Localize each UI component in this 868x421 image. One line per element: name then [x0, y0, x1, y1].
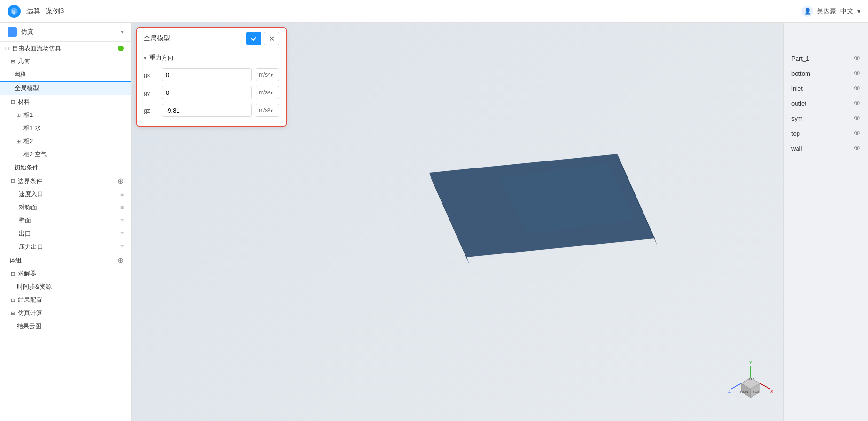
sidebar-item-outlet[interactable]: 出口 ≡	[0, 227, 131, 240]
gz-unit-label: m/s²	[259, 107, 270, 114]
sidebar-item-body-group[interactable]: 体组 ⊕	[0, 253, 131, 267]
sidebar-item-mesh[interactable]: 网格	[0, 68, 131, 81]
gz-input[interactable]	[162, 104, 252, 117]
axis-navigator: TOP FRONT RIGHT Y Z X	[727, 360, 774, 407]
layer-item-outlet: outlet 👁	[784, 96, 868, 111]
layer-item-inlet: inlet 👁	[784, 81, 868, 96]
svg-line-18	[731, 383, 741, 389]
gz-unit-dropdown-icon: ▾	[271, 108, 273, 113]
sidebar-item-phase2-air[interactable]: 相2 空气	[0, 148, 131, 161]
layer-name-bottom: bottom	[791, 70, 854, 77]
layer-name-wall: wall	[791, 145, 854, 152]
expand-icon-phase2: ⊞	[15, 138, 22, 145]
outlet-menu-icon: ≡	[120, 230, 124, 237]
add-boundary-icon[interactable]: ⊕	[117, 176, 124, 185]
layer-item-part1: Part_1 👁	[784, 51, 868, 66]
layer-item-sym: sym 👁	[784, 111, 868, 126]
panel-header: 全局模型 ✕	[137, 28, 286, 49]
expand-icon-result-config: ⊞	[9, 297, 16, 303]
gravity-section-label: 重力方向	[149, 54, 174, 62]
layer-visibility-part1[interactable]: 👁	[854, 54, 860, 62]
status-badge-green	[118, 46, 124, 51]
gravity-section-header: ▾ 重力方向	[144, 54, 279, 62]
sidebar-title: 仿真	[8, 27, 34, 37]
app-title: 远算	[26, 7, 40, 15]
sidebar-header: 仿真 ▾	[0, 23, 131, 42]
sidebar-item-time-resource[interactable]: 时间步&资源	[0, 280, 131, 293]
gy-input[interactable]	[162, 86, 252, 99]
lang-dropdown-icon[interactable]: ▾	[857, 8, 860, 15]
layer-item-bottom: bottom 👁	[784, 66, 868, 81]
content-area: 全局模型 ✕ ▾ 重力方向 gx m/s²	[132, 23, 868, 421]
gx-input[interactable]	[162, 68, 252, 81]
sidebar-item-phase2[interactable]: ⊞ 相2	[0, 135, 131, 148]
sidebar-item-materials[interactable]: ⊞ 材料	[0, 95, 131, 108]
expand-icon-sim-calc: ⊞	[9, 310, 16, 316]
svg-line-20	[760, 383, 770, 389]
expand-icon-solver: ⊞	[9, 270, 16, 277]
right-panel: Part_1 👁 bottom 👁 inlet 👁 outlet 👁 sym	[783, 23, 868, 421]
sidebar-collapse-icon[interactable]: ▾	[121, 29, 124, 35]
case-name: 案例3	[46, 7, 64, 15]
gy-unit[interactable]: m/s² ▾	[256, 86, 279, 99]
sidebar-item-wall[interactable]: 壁面 ≡	[0, 214, 131, 227]
sidebar-cube-icon	[8, 27, 17, 37]
section-collapse-icon[interactable]: ▾	[144, 55, 147, 61]
sidebar-item-boundary[interactable]: ⊞ 边界条件 ⊕	[0, 174, 131, 188]
gx-row: gx m/s² ▾	[144, 66, 279, 84]
svg-text:TOP: TOP	[747, 377, 754, 381]
sidebar-item-sim-root[interactable]: □ 自由表面流场仿真	[0, 42, 131, 55]
expand-icon-materials: ⊞	[9, 99, 16, 105]
layer-name-top: top	[791, 130, 854, 137]
layer-visibility-inlet[interactable]: 👁	[854, 84, 860, 92]
sidebar-item-result-cloud[interactable]: 结果云图	[0, 320, 131, 333]
sidebar-item-velocity-inlet[interactable]: 速度入口 ≡	[0, 188, 131, 201]
svg-text:X: X	[770, 389, 773, 394]
sidebar-item-init-cond[interactable]: 初始条件	[0, 161, 131, 174]
wall-menu-icon: ≡	[120, 217, 124, 224]
panel-title: 全局模型	[144, 34, 170, 43]
main-layout: 仿真 ▾ □ 自由表面流场仿真 ⊞ 几何 网格 全局模型 ⊞ 材料 ⊞ 相1	[0, 0, 868, 421]
sidebar-item-result-config[interactable]: ⊞ 结果配置	[0, 293, 131, 306]
sidebar-item-sym-face[interactable]: 对称面 ≡	[0, 201, 131, 214]
sidebar-item-solver[interactable]: ⊞ 求解器	[0, 267, 131, 280]
layer-name-part1: Part_1	[791, 55, 854, 62]
gx-unit[interactable]: m/s² ▾	[256, 68, 279, 81]
topbar-right: 👤 吴因豪 中文 ▾	[802, 6, 860, 17]
gy-row: gy m/s² ▾	[144, 84, 279, 101]
gx-unit-dropdown-icon: ▾	[271, 72, 273, 77]
topbar: 远 远算 案例3 👤 吴因豪 中文 ▾	[0, 0, 868, 23]
gz-row: gz m/s² ▾	[144, 101, 279, 119]
sidebar-item-pressure-outlet[interactable]: 压力出口 ≡	[0, 240, 131, 253]
app-logo: 远	[8, 5, 21, 18]
sidebar-item-phase1[interactable]: ⊞ 相1	[0, 108, 131, 122]
sidebar-item-phase1-water[interactable]: 相1 水	[0, 122, 131, 135]
svg-text:远: 远	[12, 9, 16, 14]
layer-name-outlet: outlet	[791, 100, 854, 107]
add-body-group-icon[interactable]: ⊕	[117, 256, 124, 265]
sidebar-item-global-model[interactable]: 全局模型	[0, 81, 131, 95]
panel-body: ▾ 重力方向 gx m/s² ▾ gy m/s² ▾	[137, 49, 286, 126]
gx-unit-label: m/s²	[259, 71, 270, 78]
expand-icon-boundary: ⊞	[9, 178, 16, 184]
language-selector[interactable]: 中文	[840, 7, 853, 15]
layer-visibility-wall[interactable]: 👁	[854, 145, 860, 152]
panel-close-button[interactable]: ✕	[264, 32, 279, 45]
gz-unit[interactable]: m/s² ▾	[256, 104, 279, 117]
global-model-panel: 全局模型 ✕ ▾ 重力方向 gx m/s²	[136, 27, 287, 127]
gx-label: gx	[144, 71, 158, 78]
sidebar-item-geometry[interactable]: ⊞ 几何	[0, 55, 131, 68]
svg-text:Z: Z	[728, 389, 731, 394]
topbar-left: 远 远算 案例3	[8, 5, 64, 18]
gy-unit-dropdown-icon: ▾	[271, 90, 273, 95]
layer-visibility-sym[interactable]: 👁	[854, 115, 860, 122]
layer-visibility-top[interactable]: 👁	[854, 130, 860, 137]
gy-label: gy	[144, 89, 158, 96]
layer-visibility-bottom[interactable]: 👁	[854, 69, 860, 77]
panel-confirm-button[interactable]	[246, 32, 261, 45]
sym-face-menu-icon: ≡	[120, 204, 124, 211]
layer-visibility-outlet[interactable]: 👁	[854, 100, 860, 107]
sidebar-item-sim-calc[interactable]: ⊞ 仿真计算	[0, 306, 131, 320]
sidebar: 仿真 ▾ □ 自由表面流场仿真 ⊞ 几何 网格 全局模型 ⊞ 材料 ⊞ 相1	[0, 23, 132, 421]
panel-actions: ✕	[246, 32, 279, 45]
